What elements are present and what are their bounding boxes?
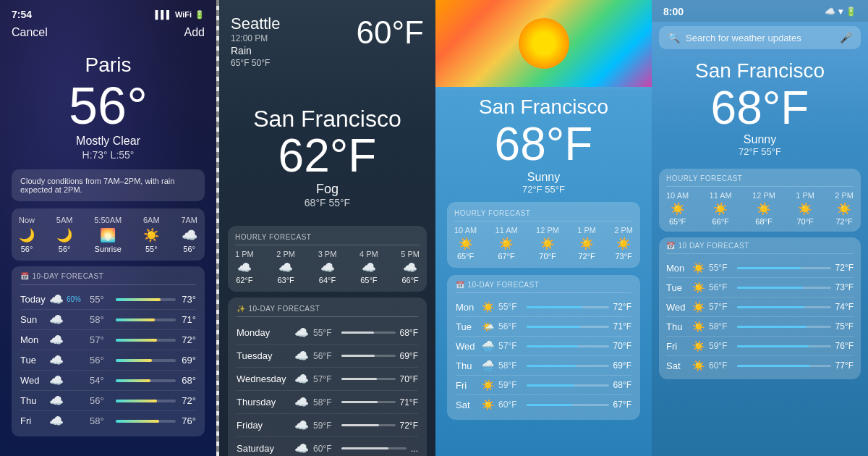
panel-seattle-dark: Seattle 12:00 PM Rain 65°F 50°F 60°F San… bbox=[219, 0, 435, 456]
nav-bar-1: Cancel Add bbox=[12, 26, 205, 39]
add-button[interactable]: Add bbox=[184, 26, 205, 39]
cancel-button[interactable]: Cancel bbox=[12, 26, 48, 39]
forecast-row: Mon ☁️ 57° 72° bbox=[20, 330, 196, 350]
forecast-row: Thursday ☁️ 58°F 71°F bbox=[237, 391, 418, 414]
battery-icon: 🔋 bbox=[195, 10, 205, 20]
forecast-row: Thu 🌧️ 58°F 69°F bbox=[456, 356, 631, 376]
hour-item: 4 PM☁️65°F bbox=[359, 250, 378, 284]
hour-item: 2 PM☀️73°F bbox=[614, 226, 633, 261]
wifi-icon-4: ▾ bbox=[838, 7, 843, 17]
forecast-row: Wed ☀️ 57°F 74°F bbox=[666, 297, 854, 317]
city-name-1: Paris bbox=[12, 54, 205, 77]
seattle-header: Seattle 12:00 PM Rain 65°F 50°F 60°F bbox=[219, 0, 435, 77]
hour-item: 6AM☀️55° bbox=[143, 216, 160, 253]
sun-image bbox=[435, 0, 652, 87]
mic-icon[interactable]: 🎤 bbox=[840, 32, 852, 43]
forecast-row: Fri ☀️ 59°F 76°F bbox=[666, 337, 854, 356]
p4-condition: Sunny bbox=[663, 133, 856, 146]
weather-alert-1: Cloudy conditions from 7AM–2PM, with rai… bbox=[12, 169, 205, 201]
forecast-row: Today ☁️ 60% 55° 73° bbox=[20, 290, 196, 310]
hourly-section-4: Hourly Forecast 10 AM☀️65°F11 AM☀️66°F12… bbox=[659, 169, 861, 232]
seattle-city-row: Seattle 12:00 PM Rain 65°F 50°F 60°F bbox=[231, 14, 424, 68]
hour-item: 5AM🌙56° bbox=[56, 216, 73, 253]
panel-ios-dark: 7:54 ▌▌▌ WiFi 🔋 Cancel Add Paris 56° Mos… bbox=[0, 0, 216, 456]
p4-city: San Francisco bbox=[663, 59, 856, 83]
forecast-row: Sun ☁️ 58° 71° bbox=[20, 310, 196, 330]
hour-item: 2 PM☀️72°F bbox=[835, 191, 854, 226]
hour-item: 10 AM☀️65°F bbox=[454, 226, 477, 261]
hourly-title-2: Hourly Forecast bbox=[235, 233, 420, 245]
forecast-row: Tue ☁️ 56° 69° bbox=[20, 350, 196, 371]
forecast-header-1: 📅 10-Day Forecast bbox=[20, 272, 196, 285]
status-icons-1: ▌▌▌ WiFi 🔋 bbox=[155, 10, 205, 20]
p3-hl: 72°F 55°F bbox=[447, 184, 640, 195]
hourly-title-4: Hourly Forecast bbox=[666, 174, 854, 187]
search-input[interactable]: Search for weather updates bbox=[686, 33, 834, 43]
forecast-header-2: ✨ 10-Day Forecast bbox=[237, 305, 418, 317]
forecast-row: Mon ☀️ 55°F 72°F bbox=[666, 258, 854, 278]
hourly-row-1: Now🌙56°5AM🌙56°5:50AM🌅Sunrise6AM☀️55°7AM☁… bbox=[19, 216, 197, 253]
p3-condition: Sunny bbox=[447, 171, 640, 184]
status-icons-4: ☁️ ▾ 🔋 bbox=[825, 7, 856, 17]
forecast-row: Wed 🌧️ 57°F 70°F bbox=[456, 337, 631, 356]
hour-item: 12 PM☀️70°F bbox=[536, 226, 559, 261]
forecast-row: Thu ☀️ 58°F 75°F bbox=[666, 317, 854, 337]
sf-city-center-2: San Francisco 62°F Fog 68°F 55°F bbox=[219, 77, 435, 220]
hour-item: 10 AM☀️65°F bbox=[666, 191, 689, 226]
p4-temp: 68°F bbox=[663, 83, 856, 133]
hourly-row-3: 10 AM☀️65°F11 AM☀️67°F12 PM☀️70°F1 PM☀️7… bbox=[454, 226, 633, 261]
forecast-row: Tuesday ☁️ 56°F 69°F bbox=[237, 345, 418, 368]
forecast-row: Wed ☁️ 54° 68° bbox=[20, 371, 196, 391]
city-temp-1: 56° bbox=[12, 80, 205, 132]
seattle-city-info: Seattle 12:00 PM Rain 65°F 50°F bbox=[231, 14, 281, 68]
forecast-row: Tue ☀️ 56°F 73°F bbox=[666, 278, 854, 297]
hourly-section-3: Hourly Forecast 10 AM☀️65°F11 AM☀️67°F12… bbox=[447, 202, 640, 268]
statusbar-1: 7:54 ▌▌▌ WiFi 🔋 bbox=[12, 9, 205, 20]
hourly-row-2: 1 PM☁️62°F2 PM☁️63°F3 PM☁️64°F4 PM☁️65°F… bbox=[235, 250, 420, 284]
city-condition-1: Mostly Clear bbox=[12, 135, 205, 148]
forecast-header-4: 📅 10 Day Forecast bbox=[666, 242, 854, 254]
hour-item: 12 PM☀️68°F bbox=[752, 191, 775, 226]
forecast-section-4: 📅 10 Day Forecast Mon ☀️ 55°F 72°F Tue ☀… bbox=[659, 237, 861, 379]
forecast-row: Friday ☁️ 59°F 72°F bbox=[237, 414, 418, 437]
hour-item: 2 PM☁️63°F bbox=[276, 250, 295, 284]
forecast-row: Sat ☀️ 60°F 77°F bbox=[666, 356, 854, 375]
hour-item: 3 PM☁️64°F bbox=[318, 250, 337, 284]
forecast-rows-3: Mon ☀️ 55°F 72°F Tue 🌤️ 56°F 71°F Wed 🌧️… bbox=[456, 297, 631, 414]
p3-content: San Francisco 68°F Sunny 72°F 55°F Hourl… bbox=[435, 87, 652, 434]
forecast-row: Fri ☀️ 59°F 68°F bbox=[456, 376, 631, 395]
forecast-row: Wednesday ☁️ 57°F 70°F bbox=[237, 368, 418, 391]
wifi-icon: WiFi bbox=[175, 10, 192, 19]
hour-item: 5 PM☁️66°F bbox=[401, 250, 420, 284]
hour-item: 11 AM☀️66°F bbox=[710, 191, 732, 226]
panel-search: 8:00 ☁️ ▾ 🔋 🔍 Search for weather updates… bbox=[652, 0, 868, 456]
search-bar[interactable]: 🔍 Search for weather updates 🎤 bbox=[659, 26, 861, 49]
hour-item: 1 PM☀️70°F bbox=[796, 191, 814, 226]
forecast-row: Thu ☁️ 56° 72° bbox=[20, 391, 196, 411]
forecast-section-3: 📅 10-Day Forecast Mon ☀️ 55°F 72°F Tue 🌤… bbox=[447, 275, 640, 420]
forecast-row: Mon ☀️ 55°F 72°F bbox=[456, 297, 631, 317]
p4-hl: 72°F 55°F bbox=[663, 146, 856, 157]
forecast-section-1: 📅 10-Day Forecast Today ☁️ 60% 55° 73° S… bbox=[12, 266, 205, 436]
time-4: 8:00 bbox=[663, 6, 684, 17]
hour-item: 11 AM☀️67°F bbox=[495, 226, 518, 261]
forecast-rows-2: Monday ☁️ 55°F 68°F Tuesday ☁️ 56°F 69°F… bbox=[237, 321, 418, 456]
p3-city: San Francisco bbox=[447, 96, 640, 119]
forecast-section-2: ✨ 10-Day Forecast Monday ☁️ 55°F 68°F Tu… bbox=[228, 297, 427, 456]
hourly-section-1: Now🌙56°5AM🌙56°5:50AM🌅Sunrise6AM☀️55°7AM☁… bbox=[12, 208, 205, 261]
sun-graphic bbox=[519, 18, 569, 69]
forecast-row: Sat ☀️ 60°F 67°F bbox=[456, 395, 631, 414]
forecast-row: Saturday ☁️ 60°F ... bbox=[237, 437, 418, 456]
hourly-row-4: 10 AM☀️65°F11 AM☀️66°F12 PM☀️68°F1 PM☀️7… bbox=[666, 191, 854, 226]
hour-item: 1 PM☁️62°F bbox=[235, 250, 254, 284]
forecast-row: Fri ☁️ 58° 76° bbox=[20, 411, 196, 431]
p3-temp: 68°F bbox=[447, 119, 640, 169]
hourly-title-3: Hourly Forecast bbox=[454, 209, 633, 221]
battery-icon-4: 🔋 bbox=[846, 7, 856, 17]
statusbar-4: 8:00 ☁️ ▾ 🔋 bbox=[652, 0, 868, 22]
hour-item: Now🌙56° bbox=[19, 216, 35, 253]
hourly-section-2: Hourly Forecast 1 PM☁️62°F2 PM☁️63°F3 PM… bbox=[228, 226, 427, 292]
hour-item: 5:50AM🌅Sunrise bbox=[94, 216, 122, 253]
time-1: 7:54 bbox=[12, 9, 32, 20]
forecast-header-3: 📅 10-Day Forecast bbox=[456, 281, 631, 293]
